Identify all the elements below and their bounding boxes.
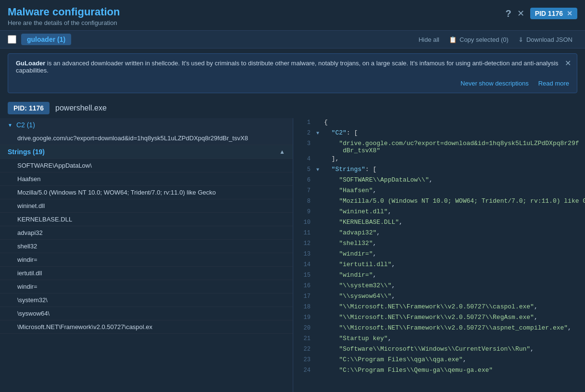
string-item-11[interactable]: \syswow64\	[0, 307, 293, 320]
strings-section-header[interactable]: Strings (19) ▲	[0, 145, 293, 159]
string-item-4[interactable]: KERNELBASE.DLL	[0, 213, 293, 226]
title-bar: Malware configuration Here are the detai…	[0, 0, 585, 30]
info-banner: GuLoader is an advanced downloader writt…	[8, 53, 577, 93]
read-more-link[interactable]: Read more	[538, 80, 569, 87]
string-item-5[interactable]: advapi32	[0, 226, 293, 240]
json-line-17: 17 "\\syswow64\\",	[293, 292, 585, 303]
json-line-23: 23 "C:\\Program Files\\qga\\qga.exe",	[293, 355, 585, 366]
strings-collapse-icon: ▲	[279, 148, 285, 155]
json-viewer[interactable]: 1 { 2 ▼ "C2": [ 3 "drive.google.com/uc?e…	[293, 118, 585, 392]
string-item-7[interactable]: windir=	[0, 253, 293, 267]
string-item-12[interactable]: \Microsoft.NET\Framework\v2.0.50727\casp…	[0, 320, 293, 334]
info-banner-close-button[interactable]: ✕	[565, 59, 571, 68]
info-banner-footer: Never show descriptions Read more	[16, 80, 569, 87]
json-line-2: 2 ▼ "C2": [	[293, 129, 585, 139]
left-panel: ▼ C2 (1) drive.google.com/uc?export=down…	[0, 118, 293, 392]
string-item-8[interactable]: iertutil.dll	[0, 267, 293, 280]
json-line-15: 15 "windir=",	[293, 271, 585, 282]
copy-icon: 📋	[449, 36, 457, 43]
pid-tag: PID: 1176	[8, 102, 50, 114]
c2-expand-icon: ▼	[8, 122, 12, 128]
c2-section-header[interactable]: ▼ C2 (1)	[0, 118, 293, 132]
toolbar: guloader (1) Hide all 📋 Copy selected (0…	[0, 30, 585, 49]
copy-selected-button[interactable]: 📋 Copy selected (0)	[444, 34, 513, 45]
string-item-6[interactable]: shell32	[0, 240, 293, 253]
pid-badge: PID 1176 ✕	[530, 8, 577, 19]
window-title: Malware configuration	[8, 6, 120, 18]
info-description: is an advanced downloader written in she…	[16, 60, 559, 74]
json-line-20: 20 "\\Microsoft.NET\\Framework\\v2.0.507…	[293, 324, 585, 334]
json-line-7: 7 "Haafsen",	[293, 186, 585, 197]
pid-badge-text: PID 1176	[535, 10, 563, 17]
string-item-3[interactable]: wininet.dll	[0, 199, 293, 213]
json-line-3: 3 "drive.google.com/uc?export=download&i…	[293, 139, 585, 155]
c2-item-0[interactable]: drive.google.com/uc?export=download&id=1…	[0, 132, 293, 145]
brand-name: GuLoader	[16, 60, 45, 67]
select-all-checkbox[interactable]	[8, 35, 16, 44]
json-line-18: 18 "\\Microsoft.NET\\Framework\\v2.0.507…	[293, 303, 585, 313]
json-line-21: 21 "Startup key",	[293, 334, 585, 345]
download-json-button[interactable]: ⇓ Download JSON	[513, 34, 577, 45]
string-item-0[interactable]: SOFTWARE\AppDataLow\	[0, 159, 293, 172]
json-line-19: 19 "\\Microsoft.NET\\Framework\\v2.0.507…	[293, 313, 585, 324]
c2-section-label: C2 (1)	[16, 121, 35, 129]
json-line-10: 10 "KERNELBASE.DLL",	[293, 218, 585, 229]
strings-section-label: Strings (19)	[8, 148, 45, 156]
json-line-8: 8 "Mozilla/5.0 (Windows NT 10.0; WOW64; …	[293, 197, 585, 208]
json-line-11: 11 "advapi32",	[293, 229, 585, 239]
json-line-14: 14 "iertutil.dll",	[293, 260, 585, 271]
json-line-16: 16 "\\system32\\",	[293, 282, 585, 292]
c2-item-0-text: drive.google.com/uc?export=download&id=1…	[17, 135, 248, 142]
guloader-tab[interactable]: guloader (1)	[21, 34, 71, 45]
window-subtitle: Here are the details of the configuratio…	[8, 19, 120, 26]
never-show-link[interactable]: Never show descriptions	[461, 80, 529, 87]
string-item-10[interactable]: \system32\	[0, 294, 293, 307]
close-button[interactable]: ✕	[517, 8, 524, 19]
download-json-label: Download JSON	[526, 36, 573, 43]
pid-badge-close-icon[interactable]: ✕	[567, 10, 573, 17]
strings-items: SOFTWARE\AppDataLow\ Haafsen Mozilla/5.0…	[0, 159, 293, 334]
string-item-1[interactable]: Haafsen	[0, 172, 293, 186]
help-button[interactable]: ?	[505, 8, 511, 19]
json-line-5: 5 ▼ "Strings": [	[293, 165, 585, 176]
json-line-9: 9 "wininet.dll",	[293, 208, 585, 218]
main-content: ▼ C2 (1) drive.google.com/uc?export=down…	[0, 118, 585, 392]
json-line-24: 24 "C:\\Program Files\\Qemu-ga\\qemu-ga.…	[293, 366, 585, 377]
download-icon: ⇓	[518, 36, 523, 43]
string-item-2[interactable]: Mozilla/5.0 (Windows NT 10.0; WOW64; Tri…	[0, 186, 293, 199]
copy-selected-label: Copy selected (0)	[460, 36, 509, 43]
json-line-1: 1 {	[293, 118, 585, 129]
title-bar-left: Malware configuration Here are the detai…	[8, 6, 120, 26]
pid-process: powershell.exe	[55, 104, 107, 112]
json-line-4: 4 ],	[293, 155, 585, 165]
hide-all-button[interactable]: Hide all	[414, 34, 444, 45]
json-line-12: 12 "shell32",	[293, 239, 585, 250]
json-line-13: 13 "windir=",	[293, 250, 585, 260]
json-line-6: 6 "SOFTWARE\\AppDataLow\\",	[293, 176, 585, 186]
title-bar-right: ? ✕ PID 1176 ✕	[505, 8, 577, 19]
pid-row: PID: 1176 powershell.exe	[0, 98, 585, 118]
string-item-9[interactable]: windir=	[0, 280, 293, 294]
json-line-22: 22 "Software\\Microsoft\\Windows\\Curren…	[293, 345, 585, 355]
